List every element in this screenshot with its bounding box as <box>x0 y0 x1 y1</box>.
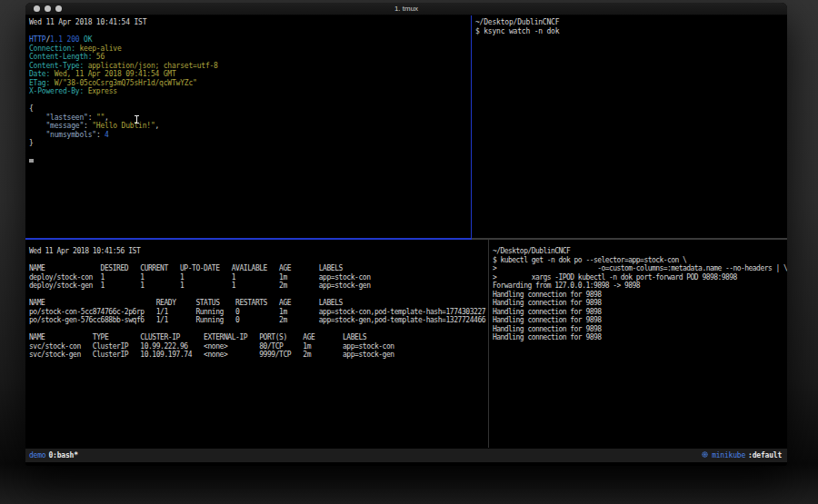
window-tab[interactable]: 0:bash* <box>48 451 77 460</box>
blank-line <box>29 27 471 36</box>
response-header: Connection: keep-alive <box>29 44 471 54</box>
blank-line <box>29 96 471 105</box>
http-status-line: HTTP/1.1 200 OK <box>29 35 471 44</box>
output-line: Handling connection for 9898 <box>493 308 787 317</box>
blank-line <box>29 256 488 265</box>
deployments-table-header: NAME DESIRED CURRENT UP-TO-DATE AVAILABL… <box>29 264 488 273</box>
blank-line <box>29 291 488 300</box>
terminal-window: 1. tmux Wed 11 Apr 2018 10:41:54 IST HTT… <box>25 3 787 466</box>
table-row: svc/stock-gen ClusterIP 10.109.197.74 <n… <box>29 351 488 360</box>
status-right: minikube:default <box>702 451 782 460</box>
output-line: Forwarding from 127.0.0.1:9898 -> 9898 <box>493 282 787 291</box>
pane-port-forward[interactable]: ~/Desktop/DublinCNCF $ kubectl get -n do… <box>489 240 787 448</box>
terminal-cursor <box>29 159 34 163</box>
kube-context: minikube <box>712 451 745 460</box>
pane-divider-vertical-top[interactable] <box>471 15 472 238</box>
response-header: X-Powered-By: Express <box>29 87 471 96</box>
response-header: Content-Length: 56 <box>29 53 471 62</box>
response-header: Content-Type: application/json; charset=… <box>29 62 471 71</box>
table-row: po/stock-gen-576cc688bb-swqf6 1/1 Runnin… <box>29 316 488 325</box>
session-name: demo <box>29 451 45 460</box>
tmux-status-bar: demo 0:bash* minikube:default <box>25 449 787 462</box>
titlebar: 1. tmux <box>25 3 787 15</box>
table-row: deploy/stock-con 1 1 1 1 1m app=stock-co… <box>29 273 488 282</box>
pane-http-response[interactable]: Wed 11 Apr 2018 10:41:54 IST HTTP/1.1 20… <box>25 15 471 238</box>
json-line: "numsymbols": 4 <box>29 131 471 140</box>
kubernetes-wheel-icon <box>702 451 708 460</box>
table-row: deploy/stock-gen 1 1 1 1 2m app=stock-ge… <box>29 282 488 291</box>
cwd-line: ~/Desktop/DublinCNCF <box>475 18 787 27</box>
timestamp-line: Wed 11 Apr 2018 10:41:56 IST <box>29 247 488 256</box>
mouse-ibeam-cursor <box>136 115 137 124</box>
kube-namespace: :default <box>748 451 782 460</box>
cwd-line: ~/Desktop/DublinCNCF <box>493 247 787 256</box>
terminal-cursor-line <box>29 156 471 165</box>
status-left: demo 0:bash* <box>29 451 78 460</box>
output-line: Handling connection for 9898 <box>493 325 787 334</box>
http-proto: HTTP <box>29 35 45 44</box>
response-header: Date: Wed, 11 Apr 2018 09:41:54 GMT <box>29 70 471 79</box>
pane-kubectl-resources[interactable]: Wed 11 Apr 2018 10:41:56 IST NAME DESIRE… <box>25 240 488 448</box>
http-code: 1.1 200 <box>50 35 84 44</box>
pane-ksync[interactable]: ~/Desktop/DublinCNCF $ ksync watch -n do… <box>472 15 787 238</box>
command-line: $ kubectl get -n dok po --selector=app=s… <box>493 256 787 265</box>
output-line: Handling connection for 9898 <box>493 316 787 325</box>
close-button[interactable] <box>34 5 40 12</box>
table-row: svc/stock-con ClusterIP 10.99.222.96 <no… <box>29 342 488 351</box>
traffic-lights <box>34 5 62 12</box>
json-close-brace: } <box>29 139 471 148</box>
command-continuation-line: > xargs -IPOD kubectl -n dok port-forwar… <box>493 273 787 282</box>
output-line: Handling connection for 9898 <box>493 333 787 342</box>
services-table-header: NAME TYPE CLUSTER-IP EXTERNAL-IP PORT(S)… <box>29 333 488 342</box>
timestamp-line: Wed 11 Apr 2018 10:41:54 IST <box>29 18 471 27</box>
tmux-pane-grid: Wed 11 Apr 2018 10:41:54 IST HTTP/1.1 20… <box>25 15 787 448</box>
response-header: ETag: W/"38-05coCsrg3mQ75sHr1d/qcWTwYZc" <box>29 79 471 88</box>
output-line: Handling connection for 9898 <box>493 299 787 308</box>
json-line: "message": "Hello Dublin!", <box>29 122 471 131</box>
command-line: $ ksync watch -n dok <box>475 27 787 36</box>
output-line: Handling connection for 9898 <box>493 291 787 300</box>
pods-table-header: NAME READY STATUS RESTARTS AGE LABELS <box>29 299 488 308</box>
desktop: 1. tmux Wed 11 Apr 2018 10:41:54 IST HTT… <box>0 0 818 504</box>
table-row: po/stock-con-5cc874766c-2p6rp 1/1 Runnin… <box>29 308 488 317</box>
json-line: "lastseen": "", <box>29 114 471 123</box>
http-reason: OK <box>84 35 92 44</box>
window-title: 1. tmux <box>25 3 787 15</box>
zoom-button[interactable] <box>55 5 62 12</box>
command-continuation-line: > -o=custom-columns=:metadata.name --no-… <box>493 264 787 273</box>
minimize-button[interactable] <box>45 5 51 12</box>
blank-line <box>29 325 488 334</box>
json-open-brace: { <box>29 104 471 114</box>
blank-line <box>29 148 471 157</box>
